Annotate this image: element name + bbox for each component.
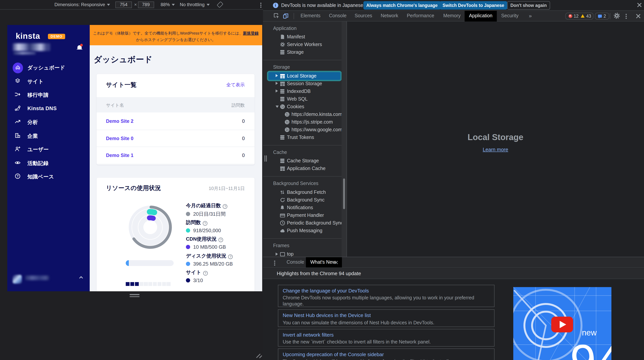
whats-new-item-link[interactable]: New Nest Hub devices in the Device list bbox=[283, 312, 371, 318]
help-icon[interactable]: ? bbox=[203, 221, 208, 226]
whats-new-item-link[interactable]: Upcoming deprecation of the Console side… bbox=[283, 351, 384, 357]
tree-item-cookies[interactable]: Cookies bbox=[263, 103, 341, 110]
sidebar-nav-analytics[interactable]: 分析 bbox=[7, 116, 90, 129]
sidebar-nav-dns[interactable]: Kinsta DNS bbox=[7, 102, 90, 116]
gear-icon bbox=[280, 42, 285, 47]
disclosure-right-icon[interactable] bbox=[276, 89, 278, 92]
dont-show-again-button[interactable]: Don't show again bbox=[507, 1, 550, 10]
disclosure-right-icon[interactable] bbox=[276, 82, 278, 85]
device-corner-grip[interactable] bbox=[258, 353, 263, 358]
signup-link[interactable]: 新規登録 bbox=[243, 31, 259, 35]
disclosure-right-icon[interactable] bbox=[276, 74, 278, 77]
activity-eye-icon bbox=[15, 159, 21, 167]
whats-new-item-link[interactable]: Invert all network filters bbox=[283, 332, 334, 337]
tree-item-session-storage[interactable]: Session Storage bbox=[263, 80, 341, 87]
sidebar-nav-activity-eye[interactable]: 活動記録 bbox=[7, 156, 90, 170]
more-tabs-icon[interactable]: » bbox=[529, 11, 532, 21]
tree-item-https-js-stripe-com[interactable]: https://js.stripe.com bbox=[263, 118, 341, 126]
cookie-icon bbox=[280, 104, 285, 109]
tree-item-label: Background Fetch bbox=[287, 188, 326, 196]
throttling-select[interactable]: No throttling bbox=[180, 2, 210, 7]
site-link[interactable]: Demo Site 0 bbox=[106, 136, 134, 141]
devtools-tab-elements[interactable]: Elements bbox=[299, 11, 322, 21]
notification-bell-icon[interactable] bbox=[76, 44, 82, 51]
tree-item-periodic-background-sync[interactable]: Periodic Background Sync bbox=[263, 219, 341, 227]
tree-item-indexeddb[interactable]: IndexedDB bbox=[263, 87, 341, 95]
zoom-select[interactable]: 88% bbox=[160, 2, 175, 7]
sidebar-nav-home[interactable]: ダッシュボード bbox=[7, 61, 90, 75]
help-icon[interactable]: ? bbox=[218, 238, 223, 242]
tree-item-trust-tokens[interactable]: Trust Tokens bbox=[263, 133, 341, 141]
disclosure-right-icon[interactable] bbox=[276, 252, 278, 255]
tree-item-payment-handler[interactable]: Payment Handler bbox=[263, 211, 341, 219]
devtools-tab-console[interactable]: Console bbox=[327, 11, 348, 21]
drawer-more-menu-icon[interactable] bbox=[274, 260, 275, 266]
tree-item-service-workers[interactable]: Service Workers bbox=[263, 41, 341, 48]
sidebar-nav-company[interactable]: 企業 bbox=[7, 129, 90, 143]
sidebar-nav-knowledge-help[interactable]: ?知識ベース bbox=[7, 170, 90, 184]
infobar-close-icon[interactable] bbox=[636, 2, 642, 8]
sidebar-nav-layers[interactable]: サイト bbox=[7, 75, 90, 88]
match-language-button[interactable]: Always match Chrome's language bbox=[363, 1, 441, 10]
devtools-tab-application[interactable]: Application bbox=[464, 11, 497, 21]
devtools-close-icon[interactable] bbox=[636, 13, 641, 19]
site-link[interactable]: Demo Site 1 bbox=[106, 153, 134, 158]
view-all-link[interactable]: 全て表示 bbox=[226, 82, 245, 88]
learn-more-link[interactable]: Learn more bbox=[483, 146, 508, 152]
tree-item-web-sql[interactable]: Web SQL bbox=[263, 95, 341, 103]
help-icon[interactable]: ? bbox=[228, 254, 233, 259]
devtools-tab-sources[interactable]: Sources bbox=[353, 11, 374, 21]
tree-item-top[interactable]: top bbox=[263, 250, 341, 257]
chrome-94-image[interactable]: new 94 bbox=[513, 287, 612, 360]
tree-item-application-cache[interactable]: Application Cache bbox=[263, 165, 341, 172]
tree-item-manifest[interactable]: Manifest bbox=[263, 33, 341, 41]
devtools-tab-performance[interactable]: Performance bbox=[405, 11, 436, 21]
height-input[interactable]: 789 bbox=[138, 1, 154, 8]
stat-dot bbox=[186, 278, 190, 282]
switch-japanese-button[interactable]: Switch DevTools to Japanese bbox=[440, 1, 507, 10]
devtools-more-menu-icon[interactable] bbox=[626, 13, 626, 20]
devtools-resize-handle[interactable] bbox=[264, 155, 268, 163]
dimensions-select[interactable]: Dimensions: Responsive bbox=[54, 2, 110, 7]
collapse-chevron-icon[interactable] bbox=[79, 276, 83, 280]
disclosure-down-icon[interactable] bbox=[276, 105, 278, 108]
width-input[interactable]: 754 bbox=[116, 1, 132, 8]
device-more-menu-icon[interactable] bbox=[260, 2, 262, 9]
tree-item-label: Storage bbox=[287, 48, 304, 56]
whats-new-item-link[interactable]: Change the language of your DevTools bbox=[283, 288, 369, 293]
tree-section: Framestop bbox=[263, 239, 341, 257]
help-icon[interactable]: ? bbox=[223, 204, 228, 209]
help-icon[interactable]: ? bbox=[203, 271, 208, 276]
avatar[interactable] bbox=[13, 275, 22, 283]
drawer-tab-console[interactable]: Console bbox=[285, 257, 306, 268]
tree-item-storage[interactable]: Storage bbox=[263, 48, 341, 56]
whats-new-close-icon[interactable] bbox=[334, 261, 338, 265]
issues-badge[interactable]: 2 bbox=[595, 13, 609, 20]
updown-icon bbox=[280, 190, 285, 195]
tree-item-notifications[interactable]: Notifications bbox=[263, 204, 341, 211]
tree-item-https-demo-kinsta-com[interactable]: https://demo.kinsta.com bbox=[263, 110, 341, 118]
nav-label: Kinsta DNS bbox=[28, 106, 57, 111]
rotate-icon[interactable] bbox=[217, 2, 223, 8]
devtools-tab-memory[interactable]: Memory bbox=[441, 11, 463, 21]
tree-item-push-messaging[interactable]: Push Messaging bbox=[263, 227, 341, 234]
sidebar-scrollbar-thumb[interactable] bbox=[343, 178, 345, 209]
sidebar-nav-migration[interactable]: 移行申請 bbox=[7, 88, 90, 102]
device-toolbar-toggle-icon[interactable] bbox=[283, 13, 288, 19]
application-main-panel: Local Storage Learn more bbox=[347, 21, 644, 257]
devtools-tab-network[interactable]: Network bbox=[378, 11, 400, 21]
tree-item-https-www-google-com[interactable]: https://www.google.com bbox=[263, 126, 341, 133]
migration-icon bbox=[15, 91, 21, 99]
tree-item-local-storage[interactable]: Local Storage bbox=[268, 72, 340, 80]
drawer-tab-whats-new[interactable]: What's New bbox=[306, 257, 342, 268]
sidebar-nav-user-add[interactable]: ユーザー bbox=[7, 143, 90, 156]
errors-warnings-badge[interactable]: 1243 bbox=[565, 13, 593, 20]
tree-item-background-fetch[interactable]: Background Fetch bbox=[263, 188, 341, 196]
site-link[interactable]: Demo Site 2 bbox=[106, 119, 134, 124]
tree-item-cache-storage[interactable]: Cache Storage bbox=[263, 157, 341, 165]
tree-item-background-sync[interactable]: Background Sync bbox=[263, 196, 341, 204]
device-resize-handle[interactable] bbox=[130, 294, 140, 298]
settings-gear-icon[interactable] bbox=[614, 13, 620, 19]
devtools-tab-security[interactable]: Security bbox=[499, 11, 520, 21]
inspect-element-icon[interactable] bbox=[274, 13, 279, 19]
